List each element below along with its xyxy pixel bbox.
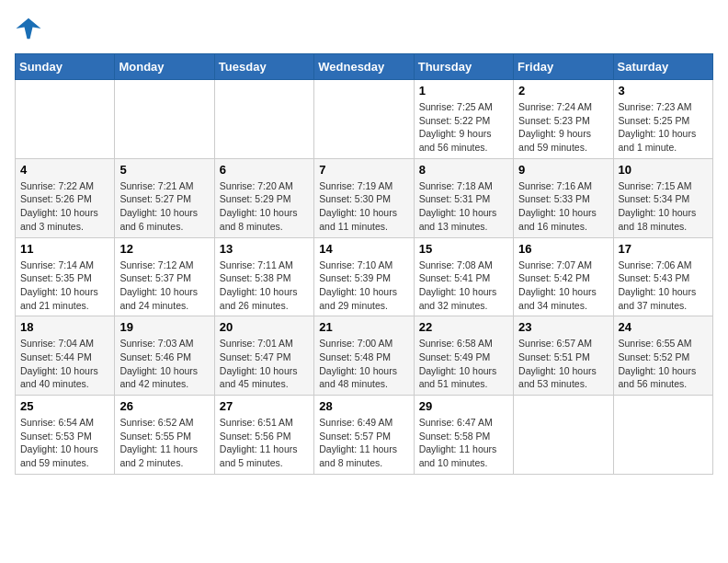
- day-number: 13: [220, 242, 309, 256]
- calendar-cell: 9Sunrise: 7:16 AMSunset: 5:33 PMDaylight…: [514, 158, 613, 237]
- calendar-cell: [214, 80, 313, 159]
- day-info: Sunrise: 7:23 AMSunset: 5:25 PMDaylight:…: [619, 100, 708, 155]
- calendar-cell: 20Sunrise: 7:01 AMSunset: 5:47 PMDayligh…: [214, 316, 313, 396]
- calendar-cell: 23Sunrise: 6:57 AMSunset: 5:51 PMDayligh…: [514, 316, 613, 396]
- day-info: Sunrise: 7:16 AMSunset: 5:33 PMDaylight:…: [518, 179, 608, 234]
- day-number: 20: [220, 320, 309, 334]
- calendar-week-5: 25Sunrise: 6:54 AMSunset: 5:53 PMDayligh…: [16, 396, 713, 475]
- logo: [15, 15, 46, 42]
- day-number: 29: [419, 399, 508, 413]
- calendar-cell: 17Sunrise: 7:06 AMSunset: 5:43 PMDayligh…: [613, 237, 712, 316]
- svg-marker-0: [17, 18, 41, 40]
- day-number: 25: [20, 399, 109, 413]
- calendar-cell: [314, 80, 414, 159]
- calendar-cell: 11Sunrise: 7:14 AMSunset: 5:35 PMDayligh…: [16, 237, 115, 316]
- day-header-thursday: Thursday: [414, 54, 513, 80]
- day-number: 11: [20, 242, 109, 256]
- day-number: 23: [518, 320, 608, 334]
- calendar-header: SundayMondayTuesdayWednesdayThursdayFrid…: [16, 54, 713, 80]
- calendar-cell: 21Sunrise: 7:00 AMSunset: 5:48 PMDayligh…: [314, 316, 414, 396]
- day-number: 3: [619, 84, 708, 98]
- day-info: Sunrise: 6:47 AMSunset: 5:58 PMDaylight:…: [419, 416, 508, 470]
- day-info: Sunrise: 6:54 AMSunset: 5:53 PMDaylight:…: [20, 416, 109, 470]
- day-number: 8: [419, 163, 508, 177]
- day-number: 4: [20, 163, 109, 177]
- day-info: Sunrise: 7:15 AMSunset: 5:34 PMDaylight:…: [619, 179, 708, 234]
- day-number: 5: [119, 163, 209, 177]
- day-info: Sunrise: 6:57 AMSunset: 5:51 PMDaylight:…: [518, 337, 608, 391]
- calendar-cell: 7Sunrise: 7:19 AMSunset: 5:30 PMDaylight…: [314, 158, 414, 237]
- calendar-cell: 25Sunrise: 6:54 AMSunset: 5:53 PMDayligh…: [16, 396, 115, 475]
- day-info: Sunrise: 6:58 AMSunset: 5:49 PMDaylight:…: [419, 337, 508, 391]
- day-number: 24: [619, 320, 708, 334]
- day-number: 15: [419, 242, 508, 256]
- calendar-cell: 3Sunrise: 7:23 AMSunset: 5:25 PMDaylight…: [613, 80, 712, 159]
- calendar-cell: 8Sunrise: 7:18 AMSunset: 5:31 PMDaylight…: [414, 158, 513, 237]
- day-header-saturday: Saturday: [613, 54, 712, 80]
- calendar-cell: 13Sunrise: 7:11 AMSunset: 5:38 PMDayligh…: [214, 237, 313, 316]
- day-number: 22: [419, 320, 508, 334]
- calendar-cell: 19Sunrise: 7:03 AMSunset: 5:46 PMDayligh…: [115, 316, 214, 396]
- calendar-cell: 16Sunrise: 7:07 AMSunset: 5:42 PMDayligh…: [514, 237, 613, 316]
- calendar-week-4: 18Sunrise: 7:04 AMSunset: 5:44 PMDayligh…: [16, 316, 713, 396]
- calendar-cell: 4Sunrise: 7:22 AMSunset: 5:26 PMDaylight…: [16, 158, 115, 237]
- day-info: Sunrise: 7:00 AMSunset: 5:48 PMDaylight:…: [319, 337, 408, 391]
- day-info: Sunrise: 6:52 AMSunset: 5:55 PMDaylight:…: [119, 416, 209, 470]
- calendar-week-2: 4Sunrise: 7:22 AMSunset: 5:26 PMDaylight…: [16, 158, 713, 237]
- calendar-cell: 29Sunrise: 6:47 AMSunset: 5:58 PMDayligh…: [414, 396, 513, 475]
- day-info: Sunrise: 7:20 AMSunset: 5:29 PMDaylight:…: [220, 179, 309, 234]
- day-number: 14: [319, 242, 408, 256]
- day-number: 6: [220, 163, 309, 177]
- day-info: Sunrise: 7:18 AMSunset: 5:31 PMDaylight:…: [419, 179, 508, 234]
- day-info: Sunrise: 7:25 AMSunset: 5:22 PMDaylight:…: [419, 100, 508, 155]
- calendar-cell: 2Sunrise: 7:24 AMSunset: 5:23 PMDaylight…: [514, 80, 613, 159]
- day-header-wednesday: Wednesday: [314, 54, 414, 80]
- day-info: Sunrise: 7:07 AMSunset: 5:42 PMDaylight:…: [518, 259, 608, 313]
- day-number: 9: [518, 163, 608, 177]
- calendar-table: SundayMondayTuesdayWednesdayThursdayFrid…: [15, 53, 713, 475]
- day-info: Sunrise: 7:22 AMSunset: 5:26 PMDaylight:…: [20, 179, 109, 234]
- day-info: Sunrise: 7:24 AMSunset: 5:23 PMDaylight:…: [518, 100, 608, 155]
- calendar-week-1: 1Sunrise: 7:25 AMSunset: 5:22 PMDaylight…: [16, 80, 713, 159]
- day-number: 19: [119, 320, 209, 334]
- calendar-cell: 27Sunrise: 6:51 AMSunset: 5:56 PMDayligh…: [214, 396, 313, 475]
- calendar-cell: 15Sunrise: 7:08 AMSunset: 5:41 PMDayligh…: [414, 237, 513, 316]
- day-info: Sunrise: 7:10 AMSunset: 5:39 PMDaylight:…: [319, 259, 408, 313]
- page-header: [15, 15, 713, 42]
- day-info: Sunrise: 7:21 AMSunset: 5:27 PMDaylight:…: [119, 179, 209, 234]
- day-header-monday: Monday: [115, 54, 214, 80]
- day-number: 12: [119, 242, 209, 256]
- day-info: Sunrise: 7:03 AMSunset: 5:46 PMDaylight:…: [119, 337, 209, 391]
- day-header-tuesday: Tuesday: [214, 54, 313, 80]
- calendar-cell: [115, 80, 214, 159]
- day-info: Sunrise: 7:11 AMSunset: 5:38 PMDaylight:…: [220, 259, 309, 313]
- day-info: Sunrise: 7:04 AMSunset: 5:44 PMDaylight:…: [20, 337, 109, 391]
- calendar-cell: 1Sunrise: 7:25 AMSunset: 5:22 PMDaylight…: [414, 80, 513, 159]
- day-info: Sunrise: 7:01 AMSunset: 5:47 PMDaylight:…: [220, 337, 309, 391]
- calendar-cell: [613, 396, 712, 475]
- calendar-cell: 10Sunrise: 7:15 AMSunset: 5:34 PMDayligh…: [613, 158, 712, 237]
- day-info: Sunrise: 7:14 AMSunset: 5:35 PMDaylight:…: [20, 259, 109, 313]
- day-number: 26: [119, 399, 209, 413]
- calendar-cell: 12Sunrise: 7:12 AMSunset: 5:37 PMDayligh…: [115, 237, 214, 316]
- logo-bird-icon: [15, 15, 42, 42]
- day-info: Sunrise: 7:08 AMSunset: 5:41 PMDaylight:…: [419, 259, 508, 313]
- day-header-friday: Friday: [514, 54, 613, 80]
- calendar-cell: 28Sunrise: 6:49 AMSunset: 5:57 PMDayligh…: [314, 396, 414, 475]
- calendar-cell: 14Sunrise: 7:10 AMSunset: 5:39 PMDayligh…: [314, 237, 414, 316]
- day-number: 2: [518, 84, 608, 98]
- day-info: Sunrise: 7:19 AMSunset: 5:30 PMDaylight:…: [319, 179, 408, 234]
- calendar-cell: 24Sunrise: 6:55 AMSunset: 5:52 PMDayligh…: [613, 316, 712, 396]
- day-info: Sunrise: 6:51 AMSunset: 5:56 PMDaylight:…: [220, 416, 309, 470]
- day-number: 10: [619, 163, 708, 177]
- day-info: Sunrise: 6:55 AMSunset: 5:52 PMDaylight:…: [619, 337, 708, 391]
- calendar-cell: 6Sunrise: 7:20 AMSunset: 5:29 PMDaylight…: [214, 158, 313, 237]
- day-number: 17: [619, 242, 708, 256]
- calendar-week-3: 11Sunrise: 7:14 AMSunset: 5:35 PMDayligh…: [16, 237, 713, 316]
- day-number: 27: [220, 399, 309, 413]
- calendar-cell: [514, 396, 613, 475]
- day-number: 21: [319, 320, 408, 334]
- day-number: 7: [319, 163, 408, 177]
- day-number: 18: [20, 320, 109, 334]
- calendar-cell: [16, 80, 115, 159]
